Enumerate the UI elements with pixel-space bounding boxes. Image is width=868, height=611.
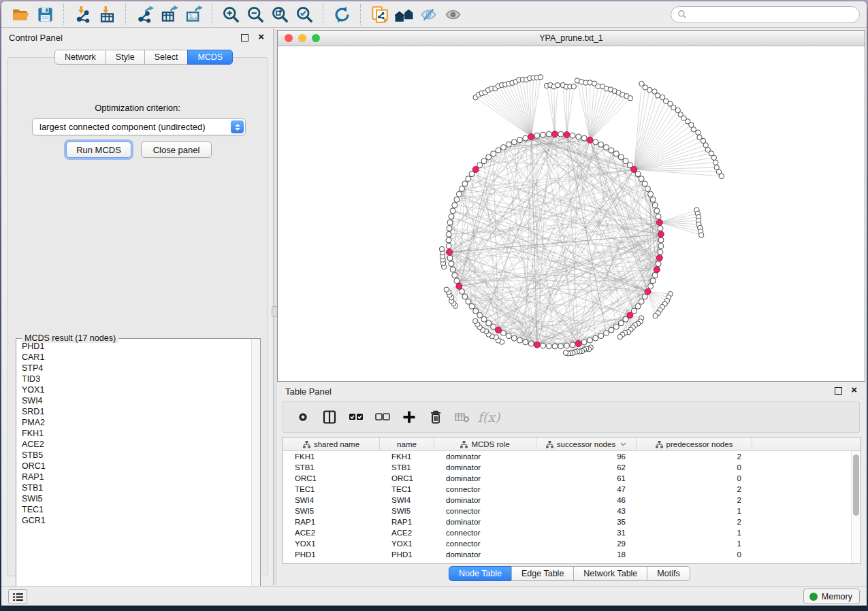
network-node[interactable] (486, 320, 492, 326)
network-node[interactable] (460, 289, 465, 295)
network-node[interactable] (648, 284, 654, 289)
table-tab-node-table[interactable]: Node Table (449, 566, 512, 581)
column-header-successor-nodes[interactable]: successor nodes (536, 437, 637, 451)
network-node[interactable] (460, 186, 465, 192)
run-mcds-button[interactable]: Run MCDS (66, 142, 131, 158)
network-node[interactable] (446, 231, 451, 237)
float-table-panel-icon[interactable] (835, 387, 842, 395)
network-node[interactable] (449, 214, 454, 219)
mcds-result-item[interactable]: STB1 (22, 482, 251, 493)
network-node[interactable] (506, 142, 511, 147)
network-node[interactable] (449, 261, 454, 267)
network-node[interactable] (473, 308, 479, 314)
mcds-result-item[interactable]: FKH1 (22, 428, 251, 439)
table-row[interactable]: FKH1FKH1dominator962 (283, 451, 851, 462)
table-row[interactable]: RAP1RAP1dominator352 (283, 516, 851, 527)
network-node[interactable] (469, 303, 475, 309)
network-node[interactable] (650, 197, 656, 202)
table-row[interactable]: STB1STB1dominator620 (283, 462, 851, 473)
network-node[interactable] (558, 131, 564, 137)
mcds-node[interactable] (564, 132, 570, 138)
mcds-node[interactable] (456, 283, 462, 289)
network-node[interactable] (658, 237, 664, 243)
function-builder-button[interactable]: f(x) (480, 408, 498, 426)
hide-selected-button[interactable] (416, 3, 440, 25)
network-node[interactable] (639, 299, 644, 304)
network-leaf-node[interactable] (571, 84, 576, 88)
network-window-titlebar[interactable]: YPA_prune.txt_1 (278, 31, 865, 46)
network-node[interactable] (523, 135, 528, 141)
mcds-node[interactable] (656, 255, 662, 261)
mcds-result-item[interactable]: ACE2 (22, 439, 251, 450)
column-header-shared-name[interactable]: shared name (283, 437, 380, 451)
network-leaf-node[interactable] (617, 334, 622, 339)
tab-select[interactable]: Select (144, 50, 189, 65)
mcds-node[interactable] (587, 137, 593, 143)
mcds-node[interactable] (658, 231, 664, 237)
network-node[interactable] (523, 340, 528, 345)
table-row[interactable]: TEC1TEC1connector472 (283, 484, 851, 495)
network-node[interactable] (517, 137, 523, 143)
open-file-button[interactable] (8, 3, 33, 25)
tab-network[interactable]: Network (54, 50, 106, 65)
import-table-button[interactable] (95, 3, 119, 25)
network-node[interactable] (528, 341, 534, 346)
network-node[interactable] (546, 344, 551, 349)
network-node[interactable] (546, 131, 551, 137)
search-field[interactable] (671, 6, 860, 23)
network-node[interactable] (623, 159, 628, 164)
refresh-button[interactable] (329, 3, 354, 25)
close-panel-icon[interactable] (258, 31, 264, 43)
network-node[interactable] (466, 176, 471, 182)
network-node[interactable] (609, 327, 614, 333)
network-node[interactable] (652, 203, 658, 208)
network-node[interactable] (656, 261, 661, 267)
network-node[interactable] (570, 133, 575, 138)
column-header-name[interactable]: name (380, 437, 434, 451)
network-leaf-node[interactable] (655, 93, 660, 98)
column-header-MCDS-role[interactable]: MCDS role (434, 437, 536, 451)
mcds-result-item[interactable]: ORC1 (22, 461, 251, 472)
add-column-button[interactable] (400, 408, 418, 426)
network-node[interactable] (604, 145, 609, 150)
network-node[interactable] (598, 333, 604, 339)
network-node[interactable] (576, 134, 581, 139)
delete-columns-button[interactable] (427, 408, 445, 426)
network-node[interactable] (511, 335, 517, 341)
network-node[interactable] (447, 226, 452, 231)
network-node[interactable] (570, 342, 575, 348)
table-scrollbar-thumb[interactable] (853, 455, 859, 516)
table-row[interactable]: ORC1ORC1dominator610 (283, 473, 851, 484)
network-node[interactable] (609, 148, 614, 153)
network-node[interactable] (486, 154, 492, 160)
memory-button[interactable]: Memory (803, 589, 860, 604)
network-node[interactable] (456, 191, 462, 197)
network-leaf-node[interactable] (628, 96, 632, 101)
network-node[interactable] (541, 343, 546, 348)
network-leaf-node[interactable] (719, 174, 724, 178)
network-leaf-node[interactable] (699, 233, 704, 237)
network-node[interactable] (541, 132, 546, 137)
network-node[interactable] (452, 273, 457, 278)
duplicate-network-button[interactable] (367, 3, 391, 25)
show-all-button[interactable] (440, 3, 465, 25)
search-input[interactable] (690, 9, 853, 20)
tab-mcds[interactable]: MCDS (187, 50, 233, 65)
network-node[interactable] (534, 133, 540, 138)
optimization-criterion-dropdown[interactable]: largest connected component (undirected) (32, 118, 246, 135)
mcds-node[interactable] (472, 167, 479, 173)
table-row[interactable]: ACE2ACE2connector311 (283, 527, 851, 538)
zoom-in-button[interactable] (219, 3, 243, 25)
network-node[interactable] (593, 335, 598, 341)
mcds-result-item[interactable]: SWI5 (22, 493, 251, 504)
table-tab-network-table[interactable]: Network Table (573, 566, 647, 581)
network-node[interactable] (462, 294, 468, 299)
network-leaf-node[interactable] (691, 127, 696, 132)
network-node[interactable] (447, 220, 453, 225)
network-leaf-node[interactable] (713, 160, 718, 165)
network-leaf-node[interactable] (563, 350, 568, 355)
mcds-result-scrollbar[interactable] (251, 339, 260, 591)
mcds-node[interactable] (552, 131, 558, 137)
network-node[interactable] (656, 214, 661, 219)
mcds-result-item[interactable]: PMA2 (22, 417, 251, 428)
